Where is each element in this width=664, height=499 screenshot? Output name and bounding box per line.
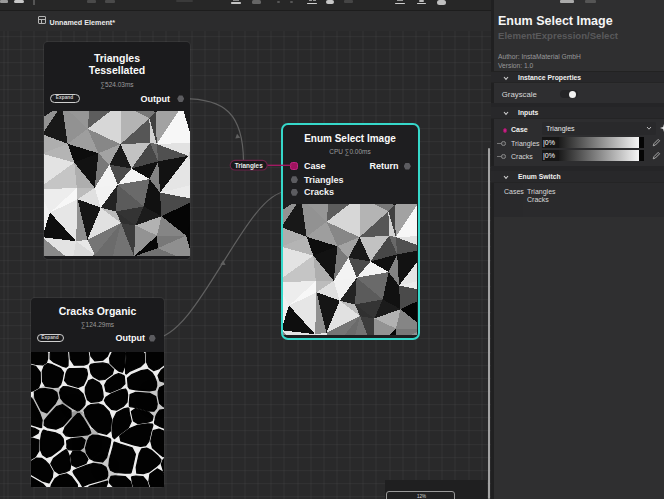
- svg-text:Triangles: Triangles: [235, 162, 264, 170]
